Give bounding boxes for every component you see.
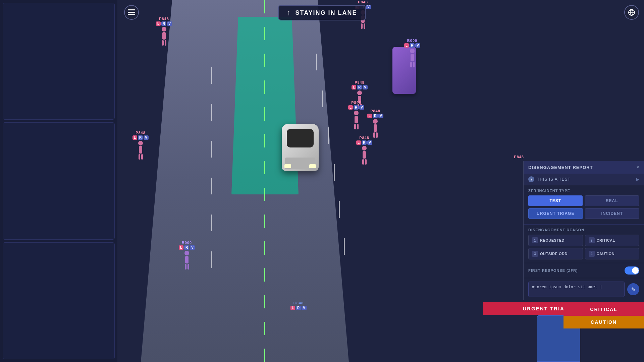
- ped-tags: L R V: [156, 21, 172, 26]
- first-response-label: FIRST RESPONSE (ZFR): [528, 268, 578, 273]
- reason-section-title: DISENGAGEMENT REASON: [528, 228, 639, 232]
- autonomous-vehicle: [282, 124, 319, 171]
- blue-object-tags: L R V: [290, 306, 307, 310]
- toggle-knob: [632, 267, 639, 274]
- status-hud: ↑ STAYING IN LANE: [278, 5, 366, 20]
- info-icon: i: [528, 176, 534, 182]
- reason-outside-odd[interactable]: 3 OUTSIDE ODD: [528, 248, 583, 259]
- left-panel-area: [0, 0, 117, 362]
- p848-edge-label: P848: [514, 155, 524, 159]
- road-dash: [211, 178, 212, 194]
- report-info-row: i THIS IS A TEST ▶: [524, 174, 644, 185]
- left-panel-middle: [3, 122, 115, 239]
- severity-panel: CRITICAL CAUTION: [564, 303, 644, 328]
- disengagement-report-panel: DISENGAGEMENT REPORT × i THIS IS A TEST …: [523, 161, 644, 300]
- reason-num-3: 3: [532, 251, 538, 257]
- ped-label: P848: [159, 17, 169, 21]
- reason-label-critical: CRITICAL: [597, 238, 615, 242]
- car-roof: [287, 129, 314, 147]
- status-text: STAYING IN LANE: [295, 9, 357, 16]
- car-light-left: [284, 164, 291, 168]
- tag-v: V: [302, 306, 307, 310]
- car-body: [282, 124, 319, 171]
- tag-r: R: [296, 306, 301, 310]
- reason-label-caution: CAUTION: [597, 252, 615, 256]
- reason-requested[interactable]: 1 REQUESTED: [528, 235, 583, 246]
- zfr-section: ZFR/INCIDENT TYPE TEST REAL URGENT TRIAG…: [524, 185, 644, 225]
- report-header: DISENGAGEMENT REPORT ×: [524, 161, 644, 174]
- reason-caution[interactable]: 4 CAUTION: [585, 248, 640, 259]
- scroll-arrow[interactable]: ▶: [636, 177, 639, 182]
- direction-arrow: ↑: [287, 8, 291, 17]
- reason-critical[interactable]: 2 CRITICAL: [585, 235, 640, 246]
- report-close-button[interactable]: ×: [636, 164, 639, 170]
- road-dash: [211, 215, 212, 231]
- zfr-section-title: ZFR/INCIDENT TYPE: [528, 189, 639, 193]
- report-info-text: THIS IS A TEST: [537, 177, 571, 182]
- globe-button[interactable]: [624, 5, 639, 20]
- pedestrian-p848-4: P848 L R V: [132, 131, 149, 158]
- game-canvas: C848 L R V P848 L R V P848 L R V: [0, 0, 644, 362]
- car-light-right: [309, 164, 316, 168]
- tag-l: L: [290, 306, 295, 310]
- reason-section: DISENGAGEMENT REASON 1 REQUESTED 2 CRITI…: [524, 225, 644, 263]
- layer-button[interactable]: [124, 5, 139, 20]
- btn-real[interactable]: REAL: [585, 195, 640, 206]
- test-real-row: TEST REAL: [528, 195, 639, 206]
- btn-incident[interactable]: INCIDENT: [585, 208, 640, 219]
- road-dash: [211, 67, 212, 84]
- btn-test[interactable]: TEST: [528, 195, 583, 206]
- pedestrian-p848-1: P848 L R V: [156, 17, 172, 44]
- road-dash: [211, 251, 212, 268]
- urgent-incident-row: URGENT TRIAGE INCIDENT: [528, 208, 639, 219]
- reason-num-1: 1: [532, 237, 538, 243]
- globe-icon: [628, 9, 635, 16]
- reason-num-2: 2: [589, 237, 595, 243]
- critical-badge: CRITICAL: [564, 303, 644, 316]
- caution-text: CAUTION: [591, 319, 617, 325]
- svg-rect-0: [128, 9, 135, 10]
- pedestrian-p848-5: P848 L R V: [348, 101, 364, 127]
- critical-text: CRITICAL: [590, 307, 617, 312]
- road-dash: [339, 201, 340, 218]
- reason-label-requested: REQUESTED: [540, 238, 565, 242]
- layer-icon: [128, 9, 135, 15]
- report-title: DISENGAGEMENT REPORT: [528, 165, 593, 170]
- first-response-toggle[interactable]: [625, 266, 639, 275]
- road-dash: [334, 164, 335, 181]
- edit-button[interactable]: ✎: [627, 283, 639, 295]
- center-line: [264, 0, 265, 362]
- road-dash: [211, 141, 212, 158]
- edit-icon: ✎: [631, 286, 636, 293]
- pedestrian-b000-1: B000 L R V: [404, 39, 420, 65]
- road-dash: [211, 104, 212, 121]
- road-dash: [344, 238, 345, 255]
- pedestrian-p848-6: P848 L R V: [367, 109, 383, 136]
- blue-object-label: C848: [293, 301, 304, 305]
- text-input-row: #Lorem ipsum dolor sit amet | ✎: [524, 278, 644, 300]
- svg-rect-1: [128, 12, 135, 13]
- road-dash: [316, 54, 317, 70]
- report-textarea[interactable]: #Lorem ipsum dolor sit amet |: [528, 282, 625, 297]
- left-panel-bottom: [3, 242, 115, 359]
- svg-rect-2: [128, 14, 135, 15]
- road-dash: [328, 127, 329, 144]
- caution-badge: CAUTION: [564, 316, 644, 328]
- pedestrian-p848-7: P848 L R V: [356, 136, 372, 163]
- first-response-row: FIRST RESPONSE (ZFR): [524, 263, 644, 278]
- pedestrian-b000-2: B000 L R V: [179, 241, 195, 267]
- reason-grid: 1 REQUESTED 2 CRITICAL 3 OUTSIDE ODD 4 C…: [528, 235, 639, 259]
- left-panel-top: [3, 3, 115, 120]
- road-dash: [322, 90, 323, 107]
- btn-urgent-triage[interactable]: URGENT TRIAGE: [528, 208, 583, 219]
- reason-label-outside-odd: OUTSIDE ODD: [540, 252, 568, 256]
- reason-num-4: 4: [589, 251, 595, 257]
